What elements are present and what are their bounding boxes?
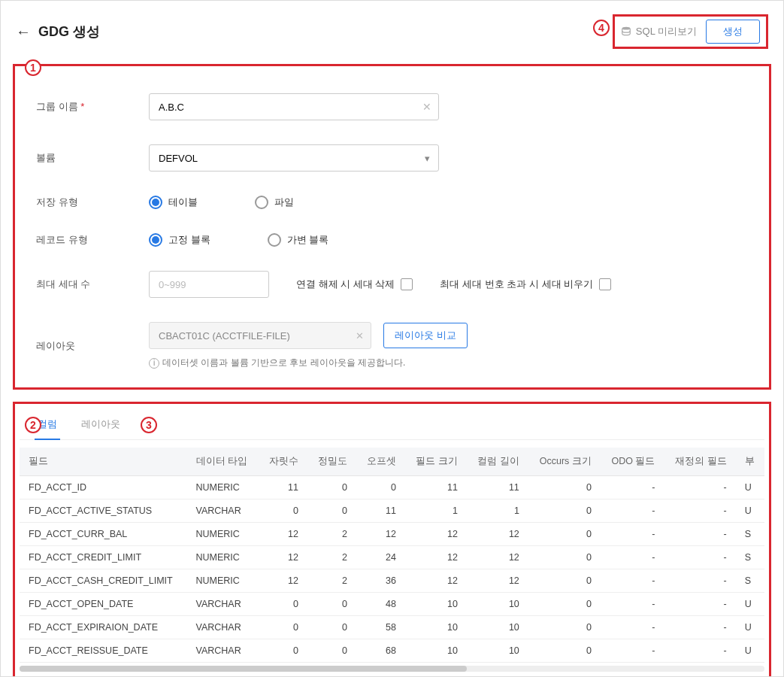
back-arrow-icon[interactable]: ← (16, 23, 31, 41)
tab-layout[interactable]: 레이아웃 (78, 411, 123, 439)
group-name-input[interactable] (149, 93, 439, 120)
table-row[interactable]: FD_ACCT_CASH_CREDIT_LIMITNUMERIC12236121… (20, 569, 764, 593)
cell-extra: U (736, 616, 764, 639)
cell-occ: 0 (528, 569, 601, 593)
table-row[interactable]: FD_ACCT_REISSUE_DATEVARCHAR006810100--U (20, 639, 764, 663)
cell-clen: 12 (467, 523, 528, 546)
col-offset[interactable]: 오프셋 (356, 448, 405, 476)
col-field-size[interactable]: 필드 크기 (405, 448, 467, 476)
cell-off: 36 (356, 569, 405, 593)
cell-field: FD_ACCT_REISSUE_DATE (20, 639, 187, 663)
table-row[interactable]: FD_ACCT_OPEN_DATEVARCHAR004810100--U (20, 593, 764, 616)
cell-odo: - (601, 593, 664, 616)
cell-occ: 0 (528, 523, 601, 546)
horizontal-scrollbar[interactable] (20, 666, 764, 672)
cell-off: 12 (356, 523, 405, 546)
page-title: GDG 생성 (38, 23, 100, 41)
col-occurs-size[interactable]: Occurs 크기 (528, 448, 601, 476)
clear-icon[interactable]: ✕ (422, 101, 431, 113)
scrollbar-thumb[interactable] (20, 666, 467, 672)
cell-digits: 0 (259, 499, 307, 523)
cell-clen: 12 (467, 546, 528, 569)
cell-odo: - (601, 499, 664, 523)
storage-type-file-label: 파일 (274, 196, 294, 209)
volume-label: 볼륨 (36, 151, 149, 165)
table-row[interactable]: FD_ACCT_ACTIVE_STATUSVARCHAR0011110--U (20, 499, 764, 523)
cell-type: VARCHAR (187, 639, 259, 663)
storage-type-table-radio[interactable]: 테이블 (149, 196, 198, 209)
cell-odo: - (601, 616, 664, 639)
cell-prec: 2 (307, 523, 356, 546)
delete-on-disconnect-checkbox[interactable]: 연결 해제 시 세대 삭제 (296, 278, 413, 291)
col-redef-field[interactable]: 재정의 필드 (664, 448, 735, 476)
table-row[interactable]: FD_ACCT_IDNUMERIC110011110--U (20, 476, 764, 499)
record-type-fixed-radio[interactable]: 고정 블록 (149, 233, 210, 247)
create-button[interactable]: 생성 (706, 20, 760, 44)
clear-on-overflow-checkbox[interactable]: 최대 세대 번호 초과 시 세대 비우기 (440, 278, 611, 291)
cell-prec: 0 (307, 499, 356, 523)
compare-layout-button[interactable]: 레이아웃 비교 (383, 323, 468, 348)
cell-clen: 10 (467, 616, 528, 639)
storage-type-table-label: 테이블 (168, 196, 198, 209)
checkbox-icon (401, 278, 413, 290)
cell-digits: 11 (259, 476, 307, 499)
cell-type: NUMERIC (187, 546, 259, 569)
col-column-len[interactable]: 컬럼 길이 (467, 448, 528, 476)
col-data-type[interactable]: 데이터 타입 (187, 448, 259, 476)
table-row[interactable]: FD_ACCT_EXPIRAION_DATEVARCHAR005810100--… (20, 616, 764, 639)
table-row[interactable]: FD_ACCT_CREDIT_LIMITNUMERIC1222412120--S (20, 546, 764, 569)
cell-field: FD_ACCT_CASH_CREDIT_LIMIT (20, 569, 187, 593)
cell-fsize: 1 (405, 499, 467, 523)
cell-type: VARCHAR (187, 616, 259, 639)
cell-off: 11 (356, 499, 405, 523)
cell-redef: - (664, 639, 735, 663)
clear-icon[interactable]: ✕ (356, 330, 364, 342)
cell-clen: 10 (467, 639, 528, 663)
cell-field: FD_ACCT_ACTIVE_STATUS (20, 499, 187, 523)
cell-redef: - (664, 499, 735, 523)
cell-odo: - (601, 523, 664, 546)
cell-field: FD_ACCT_CREDIT_LIMIT (20, 546, 187, 569)
storage-type-file-radio[interactable]: 파일 (255, 196, 294, 209)
volume-select[interactable]: DEFVOL (149, 144, 439, 172)
cell-prec: 0 (307, 593, 356, 616)
col-precision[interactable]: 정밀도 (307, 448, 356, 476)
cell-fsize: 12 (405, 523, 467, 546)
cell-odo: - (601, 569, 664, 593)
cell-occ: 0 (528, 499, 601, 523)
cell-field: FD_ACCT_OPEN_DATE (20, 593, 187, 616)
cell-redef: - (664, 546, 735, 569)
max-gen-input[interactable] (149, 271, 269, 298)
cell-digits: 12 (259, 523, 307, 546)
cell-clen: 10 (467, 593, 528, 616)
cell-extra: U (736, 499, 764, 523)
columns-table: 필드 데이터 타입 자릿수 정밀도 오프셋 필드 크기 컬럼 길이 Occurs… (20, 448, 764, 663)
table-header-row: 필드 데이터 타입 자릿수 정밀도 오프셋 필드 크기 컬럼 길이 Occurs… (20, 448, 764, 476)
table-row[interactable]: FD_ACCT_CURR_BALNUMERIC1221212120--S (20, 523, 764, 546)
cell-prec: 2 (307, 546, 356, 569)
cell-prec: 0 (307, 476, 356, 499)
page-header: ← GDG 생성 SQL 미리보기 생성 (1, 1, 783, 59)
annotation-4: 4 (593, 20, 610, 36)
record-type-var-radio[interactable]: 가변 블록 (268, 233, 329, 247)
cell-extra: U (736, 593, 764, 616)
col-odo-field[interactable]: ODO 필드 (601, 448, 664, 476)
checkbox-icon (599, 278, 611, 290)
info-icon: i (149, 358, 159, 369)
svg-point-0 (622, 27, 631, 30)
layout-hint: i 데이터셋 이름과 볼륨 기반으로 후보 레이아웃을 제공합니다. (149, 357, 468, 369)
checkbox-label: 최대 세대 번호 초과 시 세대 비우기 (440, 278, 593, 291)
cell-type: VARCHAR (187, 593, 259, 616)
cell-field: FD_ACCT_ID (20, 476, 187, 499)
cell-occ: 0 (528, 593, 601, 616)
sql-preview-button[interactable]: SQL 미리보기 (621, 25, 697, 38)
cell-odo: - (601, 476, 664, 499)
cell-off: 48 (356, 593, 405, 616)
cell-type: VARCHAR (187, 499, 259, 523)
col-extra[interactable]: 부 (736, 448, 764, 476)
layout-input[interactable] (149, 322, 371, 349)
col-digits[interactable]: 자릿수 (259, 448, 307, 476)
group-name-label: 그룹 이름 * (36, 100, 149, 114)
col-field[interactable]: 필드 (20, 448, 187, 476)
cell-odo: - (601, 546, 664, 569)
